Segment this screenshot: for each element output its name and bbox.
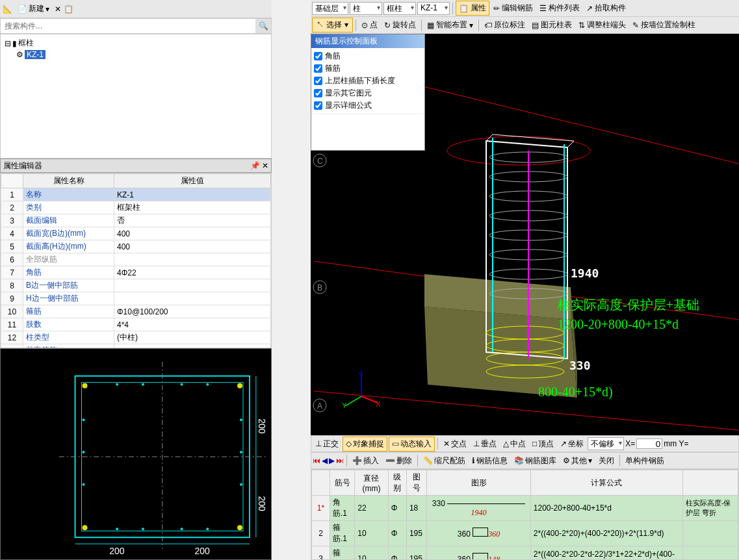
other-button[interactable]: ⚙其他 ▾ (560, 454, 595, 468)
pin-icon[interactable]: 📌 (250, 161, 260, 170)
info-icon: ℹ (472, 456, 475, 465)
point-button[interactable]: ⊙点 (359, 18, 380, 32)
dyn-button[interactable]: ▭动态输入 (389, 437, 435, 452)
smart-button[interactable]: ▦智能布置 ▾ (424, 18, 476, 32)
result-row[interactable]: 2箍筋.110Φ195360 3602*((400-2*20)+(400-2*2… (312, 521, 738, 546)
apex-icon: □ (532, 439, 537, 448)
next-icon[interactable]: ▶ (329, 456, 335, 465)
tree-item[interactable]: ⚙ KZ-1 (3, 49, 268, 60)
property-table[interactable]: 属性名称 属性值 1名称KZ-12类别框架柱3截面编辑否4截面宽(B边)(mm)… (0, 173, 272, 348)
pick-button[interactable]: ↗拾取构件 (584, 1, 629, 15)
close-button[interactable]: 关闭 (596, 454, 617, 468)
osnap-button[interactable]: ◇对象捕捉 (343, 437, 387, 452)
svg-text:Y: Y (342, 401, 347, 409)
property-row[interactable]: 9H边一侧中部筋 (1, 292, 271, 305)
insert-button[interactable]: ➕插入 (350, 454, 382, 468)
x-input[interactable] (636, 439, 662, 449)
property-row[interactable]: 11肢数4*4 (1, 318, 271, 331)
svg-marker-34 (424, 307, 577, 398)
checkbox[interactable] (314, 77, 322, 85)
toolbar-top-left: 📐 📄 新建 ▾ ✕ 📋 (0, 0, 272, 18)
copy-icon[interactable]: 📋 (64, 5, 73, 14)
elev-button[interactable]: ▤图元柱表 (529, 18, 575, 32)
coord-button[interactable]: ↗坐标 (558, 437, 586, 451)
svg-point-12 (181, 528, 183, 530)
checkbox[interactable] (314, 52, 322, 60)
coord-icon: ↗ (560, 439, 567, 448)
tree-root[interactable]: ⊟ ▮ 框柱 (3, 37, 268, 49)
name-dropdown[interactable]: KZ-1 (417, 2, 450, 15)
search-button[interactable]: 🔍 (255, 19, 271, 33)
rebar-check-item[interactable]: 角筋 (313, 50, 422, 62)
property-button[interactable]: 📋属性 (456, 1, 489, 16)
search-input[interactable] (1, 19, 255, 33)
gear-icon: ⚙ (16, 50, 23, 59)
property-row[interactable]: 4截面宽(B边)(mm)400 (1, 227, 271, 240)
ortho-button[interactable]: ⊥正交 (313, 437, 341, 451)
svg-text:200: 200 (194, 546, 209, 556)
tag-icon: 🏷 (484, 21, 492, 30)
wall-icon: ✎ (632, 21, 639, 30)
delete-icon[interactable]: ✕ (55, 5, 61, 14)
delete-button[interactable]: ➖删除 (383, 454, 415, 468)
adjust-icon: ⇅ (578, 21, 585, 30)
result-row[interactable]: 1*角筋.122Φ18330 19401200-20+800-40+15*d柱实… (312, 496, 738, 521)
subtype-dropdown[interactable]: 框柱 (383, 2, 416, 15)
result-row[interactable]: 3箍筋.210Φ195360 1482*((400-2*20-2*d-22)/3… (312, 546, 738, 561)
checkbox[interactable] (314, 64, 322, 73)
new-button[interactable]: 📄 新建 ▾ (15, 2, 52, 16)
rebar-check-item[interactable]: 箍筋 (313, 62, 422, 75)
component-tree[interactable]: ⊟ ▮ 框柱 ⚙ KZ-1 (0, 34, 272, 159)
rebar-display-panel[interactable]: 钢筋显示控制面板 角筋箍筋上层柱插筋下插长度显示其它图元显示详细公式 (311, 34, 425, 151)
property-row[interactable]: 8B边一侧中部筋 (1, 279, 271, 292)
offset-dropdown[interactable]: 不偏移 (588, 437, 624, 450)
rotate-button[interactable]: ↻旋转点 (382, 18, 419, 32)
wall-button[interactable]: ✎按墙位置绘制柱 (630, 18, 698, 32)
close-icon[interactable]: ✕ (262, 161, 268, 170)
origin-button[interactable]: 🏷原位标注 (482, 18, 528, 32)
lib-button[interactable]: 📚钢筋图库 (512, 454, 559, 468)
scale-button[interactable]: 📏缩尺配筋 (421, 454, 468, 468)
formula-label: 1200-20+800-40+15*d (558, 317, 679, 332)
edit-rebar-button[interactable]: ✏编辑钢筋 (491, 1, 536, 15)
property-row[interactable]: 5截面高(H边)(mm)400 (1, 240, 271, 253)
property-row[interactable]: 1名称KZ-1 (1, 188, 271, 201)
rebar-check-item[interactable]: 显示其它图元 (313, 87, 422, 99)
component-list-button[interactable]: ☰构件列表 (537, 1, 582, 15)
property-row[interactable]: 6全部纵筋 (1, 253, 271, 266)
svg-point-13 (206, 528, 209, 530)
nav-toolbar: ⏮ ◀ ▶ ⏭ ➕插入 ➖删除 📏缩尺配筋 ℹ钢筋信息 📚钢筋图库 ⚙其他 ▾ … (311, 452, 739, 469)
floor-dropdown[interactable]: 基础层 (312, 2, 348, 15)
svg-text:200: 200 (257, 418, 267, 433)
property-row[interactable]: 2类别框架柱 (1, 201, 271, 214)
info-button[interactable]: ℹ钢筋信息 (469, 454, 510, 468)
rebar-result-table[interactable]: 筋号直径(mm)级别图号图形计算公式 1*角筋.122Φ18330 194012… (311, 469, 739, 560)
view-3d[interactable]: C B A 钢筋显示控制面板 角筋箍筋上层柱插筋下插长度显示其它图元显示详细公式… (311, 34, 739, 435)
search-box: 🔍 (0, 18, 272, 34)
perp-button[interactable]: ⊥垂点 (471, 437, 499, 451)
select-button[interactable]: ↖ 选择 ▾ (312, 18, 353, 32)
first-icon[interactable]: ⏮ (313, 456, 320, 465)
adjust-button[interactable]: ⇅调整柱端头 (576, 18, 629, 32)
property-row[interactable]: 10箍筋Φ10@100/200 (1, 305, 271, 318)
ortho-icon: ⊥ (315, 439, 322, 448)
rebar-check-item[interactable]: 显示详细公式 (313, 99, 422, 112)
property-row[interactable]: 12柱类型(中柱) (1, 331, 271, 344)
mid-button[interactable]: △中点 (500, 437, 528, 451)
apex-button[interactable]: □顶点 (530, 437, 556, 451)
rebar-panel-title: 钢筋显示控制面板 (311, 34, 424, 48)
section-view[interactable]: 200 200 200 200 (0, 348, 272, 560)
rebar-check-item[interactable]: 上层柱插筋下插长度 (313, 75, 422, 87)
prev-icon[interactable]: ◀ (322, 456, 328, 465)
checkbox[interactable] (314, 101, 322, 110)
checkbox[interactable] (314, 89, 322, 97)
type-dropdown[interactable]: 柱 (350, 2, 382, 15)
collapse-icon[interactable]: ⊟ (5, 39, 11, 48)
single-button[interactable]: 单构件钢筋 (623, 454, 667, 468)
property-row[interactable]: 7角筋4Φ22 (1, 266, 271, 279)
property-row[interactable]: 3截面编辑否 (1, 214, 271, 227)
svg-point-7 (142, 383, 144, 386)
check-label: 上层柱插筋下插长度 (325, 75, 395, 86)
inter-button[interactable]: ✕交点 (441, 437, 469, 451)
last-icon[interactable]: ⏭ (336, 456, 344, 465)
